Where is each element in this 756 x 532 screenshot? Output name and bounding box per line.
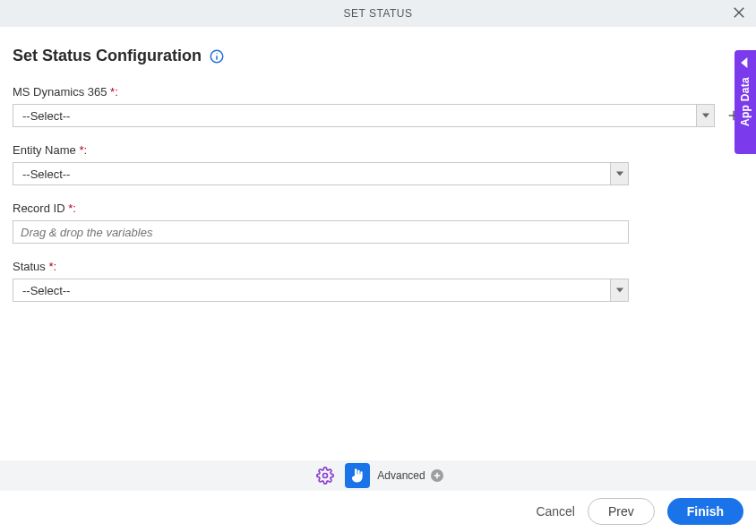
chevron-down-icon bbox=[610, 163, 628, 184]
advanced-label: Advanced bbox=[377, 469, 425, 482]
app-data-label: App Data bbox=[739, 77, 752, 126]
gear-icon[interactable] bbox=[313, 463, 338, 488]
svg-point-4 bbox=[216, 53, 217, 54]
record-id-input[interactable] bbox=[13, 220, 629, 244]
status-select[interactable]: --Select-- bbox=[13, 279, 629, 302]
field-entity: Entity Name *: --Select-- bbox=[13, 143, 743, 185]
plus-circle-icon bbox=[431, 469, 443, 482]
field-status: Status *: --Select-- bbox=[13, 260, 743, 302]
field-dynamics: MS Dynamics 365 *: --Select-- bbox=[13, 85, 743, 127]
close-icon[interactable] bbox=[731, 4, 747, 21]
content-area: Set Status Configuration MS Dynamics 365… bbox=[0, 27, 756, 302]
field-label-entity: Entity Name *: bbox=[13, 143, 743, 157]
chevron-down-icon bbox=[610, 279, 628, 301]
entity-select[interactable]: --Select-- bbox=[13, 162, 629, 185]
svg-point-11 bbox=[323, 474, 328, 478]
svg-marker-8 bbox=[616, 172, 623, 176]
status-select-value: --Select-- bbox=[13, 284, 79, 297]
prev-button[interactable]: Prev bbox=[588, 498, 655, 525]
svg-marker-5 bbox=[702, 114, 709, 118]
field-label-record: Record ID *: bbox=[13, 202, 743, 215]
field-label-dynamics: MS Dynamics 365 *: bbox=[13, 85, 743, 99]
cancel-button[interactable]: Cancel bbox=[536, 504, 575, 519]
dynamics-select[interactable]: --Select-- bbox=[13, 104, 715, 127]
entity-select-value: --Select-- bbox=[13, 167, 79, 181]
advanced-toggle[interactable]: Advanced bbox=[377, 469, 442, 482]
info-icon[interactable] bbox=[209, 48, 225, 64]
footer-actions: Cancel Prev Finish bbox=[536, 491, 756, 532]
finish-button[interactable]: Finish bbox=[667, 498, 743, 525]
svg-marker-9 bbox=[616, 288, 623, 293]
bottom-toolbar: Advanced bbox=[0, 460, 756, 491]
pointer-hand-icon[interactable] bbox=[345, 463, 370, 488]
field-label-status: Status *: bbox=[13, 260, 743, 273]
field-record: Record ID *: bbox=[13, 202, 743, 244]
svg-marker-10 bbox=[741, 57, 747, 68]
dialog-header: SET STATUS bbox=[0, 0, 756, 27]
app-data-tab[interactable]: App Data bbox=[735, 50, 756, 154]
page-title-text: Set Status Configuration bbox=[13, 47, 202, 65]
dialog-title: SET STATUS bbox=[343, 7, 412, 20]
dynamics-select-value: --Select-- bbox=[13, 109, 79, 123]
page-title: Set Status Configuration bbox=[13, 47, 225, 65]
chevron-down-icon bbox=[696, 105, 714, 126]
